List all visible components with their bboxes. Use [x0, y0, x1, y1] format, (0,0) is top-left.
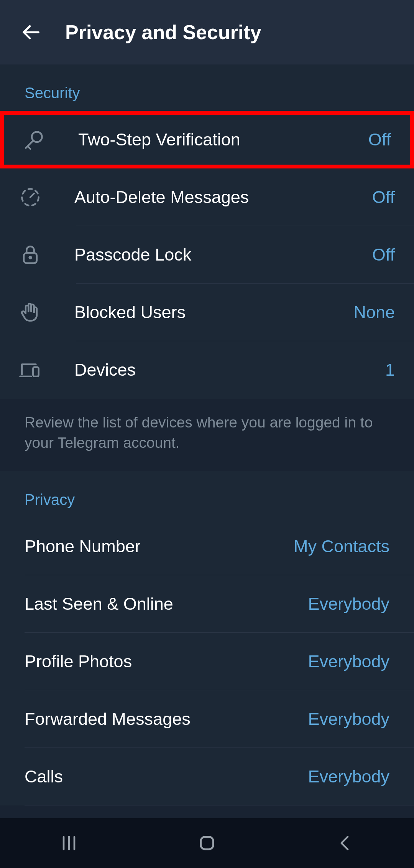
last-seen-label: Last Seen & Online [25, 594, 173, 614]
key-icon [23, 129, 45, 151]
passcode-lock-row[interactable]: Passcode Lock Off [0, 226, 414, 284]
divider [25, 805, 414, 805]
svg-rect-6 [33, 367, 39, 376]
svg-rect-11 [201, 837, 214, 850]
two-step-verification-row[interactable]: Two-Step Verification Off [0, 111, 414, 168]
forwarded-messages-row[interactable]: Forwarded Messages Everybody [0, 690, 414, 748]
recents-button[interactable] [58, 832, 80, 854]
two-step-value: Off [368, 130, 391, 150]
passcode-label: Passcode Lock [74, 245, 372, 265]
blocked-users-row[interactable]: Blocked Users None [0, 284, 414, 341]
back-arrow-icon[interactable] [19, 21, 42, 44]
page-title: Privacy and Security [65, 21, 261, 44]
svg-line-3 [30, 193, 34, 197]
hand-icon [19, 301, 41, 323]
forwarded-label: Forwarded Messages [25, 709, 191, 729]
android-navbar [0, 818, 414, 868]
auto-delete-label: Auto-Delete Messages [74, 187, 372, 207]
last-seen-value: Everybody [308, 594, 389, 614]
phone-number-row[interactable]: Phone Number My Contacts [0, 518, 414, 575]
devices-label: Devices [74, 360, 385, 380]
devices-icon [19, 359, 41, 381]
privacy-section-header: Privacy [0, 471, 414, 518]
devices-row[interactable]: Devices 1 [0, 341, 414, 399]
calls-label: Calls [25, 767, 63, 787]
profile-photos-row[interactable]: Profile Photos Everybody [0, 633, 414, 690]
forwarded-value: Everybody [308, 709, 389, 729]
auto-delete-value: Off [372, 187, 395, 207]
devices-value: 1 [385, 360, 395, 380]
auto-delete-row[interactable]: Auto-Delete Messages Off [0, 168, 414, 226]
phone-value: My Contacts [294, 536, 389, 556]
calls-row[interactable]: Calls Everybody [0, 748, 414, 805]
blocked-label: Blocked Users [74, 302, 353, 322]
profile-photos-value: Everybody [308, 652, 389, 672]
security-section-header: Security [0, 64, 414, 111]
privacy-section: Privacy Phone Number My Contacts Last Se… [0, 471, 414, 805]
last-seen-row[interactable]: Last Seen & Online Everybody [0, 575, 414, 633]
two-step-label: Two-Step Verification [78, 130, 368, 150]
app-header: Privacy and Security [0, 0, 414, 64]
calls-value: Everybody [308, 767, 389, 787]
timer-icon [19, 186, 41, 208]
home-button[interactable] [196, 832, 218, 854]
blocked-value: None [353, 302, 395, 322]
svg-point-5 [30, 257, 31, 259]
security-section: Security Two-Step Verification Off Auto-… [0, 64, 414, 399]
phone-label: Phone Number [25, 536, 141, 556]
profile-photos-label: Profile Photos [25, 652, 132, 672]
lock-icon [19, 244, 41, 266]
security-footer-text: Review the list of devices where you are… [0, 399, 414, 471]
back-button[interactable] [334, 832, 356, 854]
passcode-value: Off [372, 245, 395, 265]
